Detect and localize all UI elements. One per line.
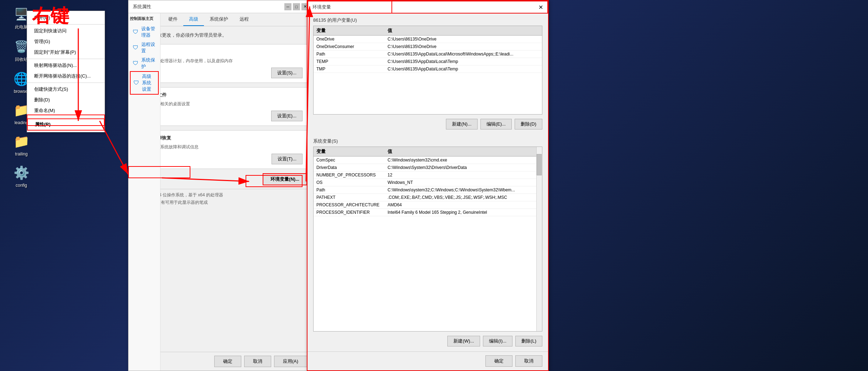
user-profiles-desc: 与登录帐户相关的桌面设置 xyxy=(139,101,303,107)
user-var-onedriveconsumer: OneDriveConsumer xyxy=(316,44,388,49)
sys-var-proc-arch: PROCESSOR_ARCHITECTURE xyxy=(316,202,388,207)
computer-icon-label: 此电脑 xyxy=(15,24,28,30)
user-vars-header: 变量 值 xyxy=(314,26,542,36)
sys-row-proc-arch[interactable]: PROCESSOR_ARCHITECTURE AMD64 xyxy=(314,201,542,209)
config-icon: ⚙️ xyxy=(13,164,30,181)
performance-title: 性能 xyxy=(139,49,303,55)
sys-row-proc-id[interactable]: PROCESSOR_IDENTIFIER Intel64 Family 6 Mo… xyxy=(314,209,542,216)
user-val-path: C:\Users\86135\AppData\Local\Microsoft\W… xyxy=(388,52,539,57)
sys-prop-cancel-btn[interactable]: 取消 xyxy=(244,356,271,367)
context-menu-divider-4 xyxy=(27,117,105,117)
sys-row-path[interactable]: Path C:\Windows\system32;C:\Windows;C:\W… xyxy=(314,186,542,194)
sys-row-numproc[interactable]: NUMBER_OF_PROCESSORS 12 xyxy=(314,171,542,179)
remote-settings-label: 远程设置 xyxy=(141,41,156,54)
tab-remote[interactable]: 远程 xyxy=(234,13,254,26)
annotation-youjian: 右键 xyxy=(32,4,69,28)
sys-delete-btn[interactable]: 删除(L) xyxy=(515,336,542,346)
user-new-btn[interactable]: 新建(N)... xyxy=(446,119,478,129)
user-vars-title: 86135 的用户变量(U) xyxy=(313,17,542,23)
recycle-icon-label: 回收站 xyxy=(15,57,28,63)
context-menu-divider-3 xyxy=(27,83,105,83)
advanced-settings-link[interactable]: 🛡 高级系统设置 xyxy=(130,71,159,95)
env-variables-btn[interactable]: 环境变量(N)... xyxy=(263,173,307,185)
sys-val-driverdata: C:\Windows\System32\Drivers\DriverData xyxy=(388,165,539,170)
user-row-tmp[interactable]: TMP C:\Users\86135\AppData\Local\Temp xyxy=(314,65,542,73)
sys-prop-minimize-btn[interactable]: ─ xyxy=(284,3,291,10)
sys-row-comspec[interactable]: ComSpec C:\Windows\system32\cmd.exe xyxy=(314,157,542,164)
context-menu-delete[interactable]: 删除(D) xyxy=(27,95,105,105)
tab-hardware[interactable]: 硬件 xyxy=(163,13,183,26)
env-title: 环境变量 xyxy=(312,4,331,10)
user-header-var: 变量 xyxy=(316,27,388,34)
context-menu-disconnect[interactable]: 断开网络驱动器的连接(C)... xyxy=(27,71,105,81)
env-ok-btn[interactable]: 确定 xyxy=(485,355,512,367)
tab-advanced[interactable]: 高级 xyxy=(183,13,204,26)
sys-vars-section: 系统变量(S) 变量 值 ComSpec C:\Windows\system32… xyxy=(307,134,548,351)
user-row-temp[interactable]: TEMP C:\Users\86135\AppData\Local\Temp xyxy=(314,58,542,65)
sys-var-proc-id: PROCESSOR_IDENTIFIER xyxy=(316,210,388,215)
sys-protection-label: 系统保护 xyxy=(141,57,156,70)
sys-vars-scrollbar[interactable] xyxy=(536,147,542,331)
sys-val-proc-arch: AMD64 xyxy=(388,202,539,207)
user-row-path[interactable]: Path C:\Users\86135\AppData\Local\Micros… xyxy=(314,51,542,58)
context-menu: 打开(O) 固定到快速访问 管理(G) 固定到"开始"屏幕(P) 映射网络驱动器… xyxy=(27,11,105,132)
sys-prop-maximize-btn[interactable]: □ xyxy=(293,3,300,10)
sys-val-pathext: .COM;.EXE;.BAT;.CMD;.VBS;.VBE;.JS;.JSE;.… xyxy=(388,195,539,200)
user-edit-btn[interactable]: 编辑(E)... xyxy=(480,119,512,129)
context-menu-divider-2 xyxy=(27,59,105,59)
sys-val-path: C:\Windows\system32;C:\Windows;C:\Window… xyxy=(388,187,539,192)
user-var-path: Path xyxy=(316,52,388,57)
device-manager-link[interactable]: 🛡 设备管理器 xyxy=(130,24,159,40)
config-icon-label: config xyxy=(16,183,27,188)
remote-settings-link[interactable]: 🛡 远程设置 xyxy=(130,40,159,55)
user-profiles-settings-btn[interactable]: 设置(E)... xyxy=(271,111,303,121)
sys-var-comspec: ComSpec xyxy=(316,158,388,163)
sys-new-btn[interactable]: 新建(W)... xyxy=(447,336,480,346)
sys-var-numproc: NUMBER_OF_PROCESSORS xyxy=(316,173,388,177)
user-row-onedrive[interactable]: OneDrive C:\Users\86135\OneDrive xyxy=(314,36,542,43)
sys-edit-btn[interactable]: 编辑(I)... xyxy=(483,336,512,346)
sys-val-comspec: C:\Windows\system32\cmd.exe xyxy=(388,158,539,163)
sys-protection-link[interactable]: 🛡 系统保护 xyxy=(130,55,159,71)
user-delete-btn[interactable]: 删除(D) xyxy=(515,119,542,129)
sys-header-var: 变量 xyxy=(316,148,388,155)
control-panel-sidebar: 控制面板主页 🛡 设备管理器 🛡 远程设置 🛡 系统保护 🛡 高级系统设置 xyxy=(128,13,161,371)
env-window: 环境变量 ✕ 86135 的用户变量(U) 变量 值 OneDrive C:\U… xyxy=(307,0,549,371)
sys-row-os[interactable]: OS Windows_NT xyxy=(314,179,542,186)
sys-protection-icon: 🛡 xyxy=(133,60,138,67)
sys-row-pathext[interactable]: PATHEXT .COM;.EXE;.BAT;.CMD;.VBS;.VBE;.J… xyxy=(314,194,542,201)
sys-row-driverdata[interactable]: DriverData C:\Windows\System32\Drivers\D… xyxy=(314,164,542,171)
context-menu-rename[interactable]: 重命名(M) xyxy=(27,105,105,116)
user-row-onedriveconsumer[interactable]: OneDriveConsumer C:\Users\86135\OneDrive xyxy=(314,43,542,51)
env-cancel-btn[interactable]: 取消 xyxy=(515,355,542,367)
performance-desc: 视觉效果，处理器计划，内存使用，以及虚拟内存 xyxy=(139,58,303,64)
sys-prop-ok-btn[interactable]: 确定 xyxy=(214,356,241,367)
env-titlebar: 环境变量 ✕ xyxy=(307,1,548,14)
user-vars-table: 变量 值 OneDrive C:\Users\86135\OneDrive On… xyxy=(313,26,542,115)
sys-vars-scrollbar-thumb[interactable] xyxy=(537,154,542,175)
env-close-btn[interactable]: ✕ xyxy=(538,4,543,11)
context-menu-map-drive[interactable]: 映射网络驱动器(N)... xyxy=(27,60,105,71)
sys-vars-title: 系统变量(S) xyxy=(313,138,542,144)
sys-touch-value: 没有可用于此显示器的笔或 xyxy=(157,200,208,205)
user-var-tmp: TMP xyxy=(316,67,388,71)
context-menu-properties[interactable]: 属性(R) xyxy=(27,118,105,131)
context-menu-manage[interactable]: 管理(G) xyxy=(27,36,105,47)
desktop-icon-trailing[interactable]: 📁 trailing xyxy=(4,131,39,159)
sys-val-numproc: 12 xyxy=(388,173,539,177)
user-val-tmp: C:\Users\86135\AppData\Local\Temp xyxy=(388,67,539,71)
startup-settings-btn[interactable]: 设置(T)... xyxy=(272,154,303,164)
performance-settings-btn[interactable]: 设置(S)... xyxy=(271,68,303,78)
context-menu-create-shortcut[interactable]: 创建快捷方式(S) xyxy=(27,84,105,95)
sys-prop-apply-btn[interactable]: 应用(A) xyxy=(274,356,307,367)
tab-sys-protection[interactable]: 系统保护 xyxy=(204,13,234,26)
remote-settings-icon: 🛡 xyxy=(133,44,138,51)
sys-var-os: OS xyxy=(316,180,388,185)
sys-prop-title: 系统属性 xyxy=(133,4,151,10)
user-vars-section: 86135 的用户变量(U) 变量 值 OneDrive C:\Users\86… xyxy=(307,14,548,134)
desktop-icon-config[interactable]: ⚙️ config xyxy=(4,162,39,190)
user-profiles-title: 用户配置文件 xyxy=(139,92,303,98)
startup-title: 启动和故障恢复 xyxy=(139,135,303,141)
sys-prop-titlebar: 系统属性 ─ □ ✕ xyxy=(128,0,313,13)
context-menu-pin-start[interactable]: 固定到"开始"屏幕(P) xyxy=(27,47,105,58)
